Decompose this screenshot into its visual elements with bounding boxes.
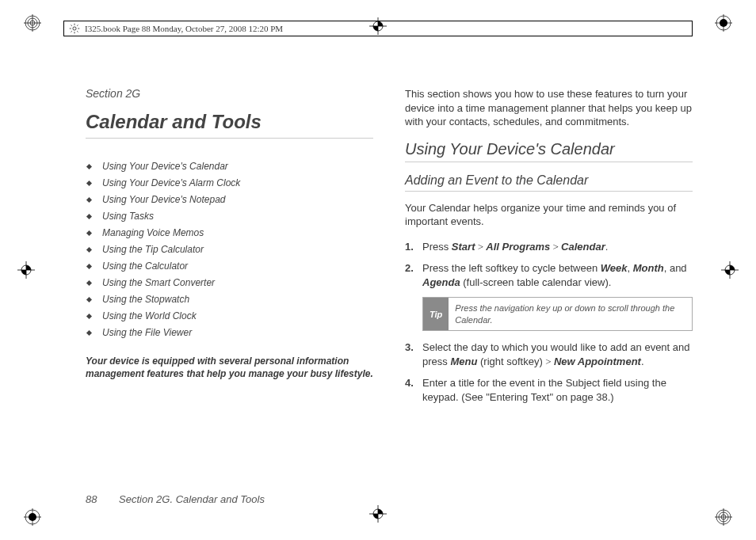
toc-item-label: Using Your Device's Alarm Clock bbox=[102, 177, 240, 188]
bullet-icon bbox=[86, 213, 92, 219]
step-item: 2. Press the left softkey to cycle betwe… bbox=[405, 261, 693, 289]
toc-item: Using the File Viewer bbox=[86, 327, 373, 338]
keyword: Start bbox=[452, 241, 475, 253]
toc-item: Using the Smart Converter bbox=[86, 277, 373, 288]
bullet-icon bbox=[86, 180, 92, 185]
step-number: 1. bbox=[405, 240, 414, 254]
step-item: 3. Select the day to which you would lik… bbox=[405, 340, 693, 368]
toc-item: Using Your Device's Notepad bbox=[86, 194, 373, 205]
svg-line-36 bbox=[77, 31, 78, 32]
intro-paragraph: This section shows you how to use these … bbox=[405, 87, 693, 129]
svg-line-35 bbox=[71, 25, 71, 25]
toc-item-label: Using the Tip Calculator bbox=[102, 244, 204, 255]
crop-mark-icon bbox=[721, 261, 739, 279]
step-text: Select the day to which you would like t… bbox=[422, 341, 690, 367]
bullet-icon bbox=[86, 280, 92, 285]
crop-mark-icon bbox=[17, 261, 35, 279]
toc-item: Using the Tip Calculator bbox=[86, 244, 373, 255]
registration-mark-icon bbox=[715, 508, 732, 526]
bullet-icon bbox=[86, 196, 92, 202]
keyword: New Appointment bbox=[554, 356, 641, 367]
bullet-icon bbox=[86, 230, 92, 235]
svg-line-38 bbox=[77, 25, 78, 25]
svg-line-37 bbox=[71, 31, 71, 32]
gear-icon bbox=[69, 23, 80, 34]
step-number: 3. bbox=[405, 340, 414, 355]
toc-item-label: Using the File Viewer bbox=[102, 327, 192, 338]
toc-list: Using Your Device's Calendar Using Your … bbox=[86, 161, 373, 338]
page-title: Calendar and Tools bbox=[86, 111, 373, 139]
page-content: Section 2G Calendar and Tools Using Your… bbox=[86, 87, 693, 492]
tip-box: Tip Press the navigation key up or down … bbox=[422, 297, 693, 331]
step-number: 2. bbox=[405, 261, 414, 276]
registration-mark-icon bbox=[24, 14, 41, 32]
keyword: Menu bbox=[450, 356, 477, 367]
toc-item: Using Your Device's Alarm Clock bbox=[86, 177, 373, 188]
bullet-icon bbox=[86, 246, 92, 252]
toc-item: Managing Voice Memos bbox=[86, 227, 373, 238]
toc-item: Using the Stopwatch bbox=[86, 294, 373, 305]
toc-item-label: Managing Voice Memos bbox=[102, 227, 204, 238]
section-label: Section 2G bbox=[86, 87, 373, 100]
toc-item: Using Tasks bbox=[86, 211, 373, 222]
toc-item-label: Using the Calculator bbox=[102, 260, 188, 272]
registration-mark-icon bbox=[715, 14, 732, 32]
keyword: Agenda bbox=[422, 276, 460, 288]
step-text: Enter a title for the event in the Subje… bbox=[422, 377, 666, 403]
keyword: Month bbox=[633, 262, 664, 274]
heading-adding-event: Adding an Event to the Calendar bbox=[405, 173, 693, 192]
tip-label: Tip bbox=[423, 298, 449, 330]
steps-list-cont: 3. Select the day to which you would lik… bbox=[405, 340, 693, 404]
page-info-header: I325.book Page 88 Monday, October 27, 20… bbox=[63, 21, 693, 36]
right-column: This section shows you how to use these … bbox=[405, 87, 693, 492]
keyword: All Programs bbox=[486, 241, 550, 253]
footer-section: Section 2G. Calendar and Tools bbox=[119, 493, 265, 505]
step-item: 4. Enter a title for the event in the Su… bbox=[405, 376, 693, 404]
toc-item-label: Using Tasks bbox=[102, 211, 154, 222]
toc-item: Using Your Device's Calendar bbox=[86, 161, 373, 172]
steps-list: 1. Press Start > All Programs > Calendar… bbox=[405, 240, 693, 290]
toc-item: Using the Calculator bbox=[86, 260, 373, 272]
calendar-desc: Your Calendar helps organize your time a… bbox=[405, 201, 693, 229]
bullet-icon bbox=[86, 163, 92, 169]
toc-item: Using the World Clock bbox=[86, 310, 373, 321]
step-text: Press the left softkey to cycle between … bbox=[422, 262, 687, 288]
left-column: Section 2G Calendar and Tools Using Your… bbox=[86, 87, 373, 492]
toc-item-label: Using the Stopwatch bbox=[102, 294, 189, 305]
page-footer: 88 Section 2G. Calendar and Tools bbox=[86, 493, 265, 505]
tip-text: Press the navigation key up or down to s… bbox=[449, 298, 692, 330]
svg-point-30 bbox=[73, 27, 76, 30]
step-number: 4. bbox=[405, 376, 414, 390]
bullet-icon bbox=[86, 313, 92, 318]
keyword: Week bbox=[601, 262, 628, 274]
heading-using-calendar: Using Your Device's Calendar bbox=[405, 140, 693, 162]
toc-item-label: Using the Smart Converter bbox=[102, 277, 215, 288]
intro-blurb: Your device is equipped with several per… bbox=[86, 356, 373, 380]
page-info-text: I325.book Page 88 Monday, October 27, 20… bbox=[85, 24, 283, 33]
step-text: Press Start > All Programs > Calendar. bbox=[422, 241, 608, 253]
bullet-icon bbox=[86, 263, 92, 268]
bullet-icon bbox=[86, 296, 92, 302]
step-item: 1. Press Start > All Programs > Calendar… bbox=[405, 240, 693, 254]
toc-item-label: Using Your Device's Notepad bbox=[102, 194, 226, 205]
toc-item-label: Using the World Clock bbox=[102, 310, 197, 321]
bullet-icon bbox=[86, 329, 92, 335]
registration-mark-icon bbox=[24, 508, 41, 526]
crop-mark-icon bbox=[369, 505, 387, 523]
page-number: 88 bbox=[86, 493, 97, 505]
keyword: Calendar bbox=[561, 241, 605, 253]
toc-item-label: Using Your Device's Calendar bbox=[102, 161, 228, 172]
